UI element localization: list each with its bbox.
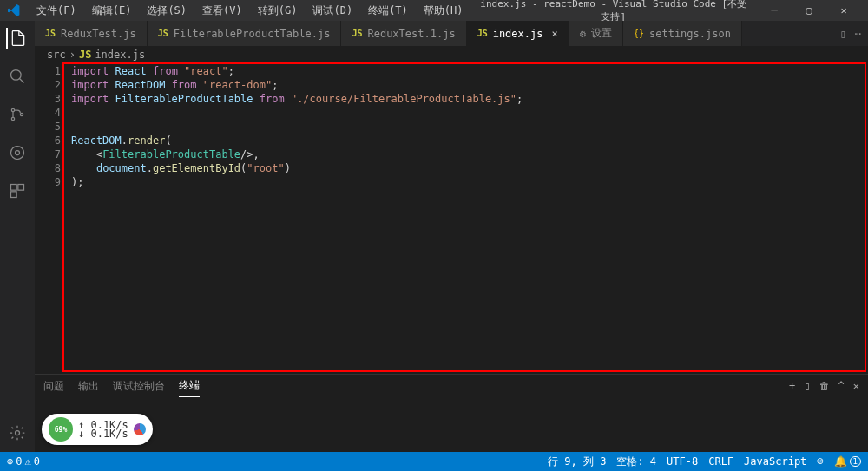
js-file-icon: JS	[158, 29, 168, 38]
editor-tab[interactable]: JSReduxTest.1.js	[341, 21, 466, 46]
code-line[interactable]: <FilterableProductTable/>,	[71, 147, 868, 161]
maximize-button[interactable]: ▢	[792, 0, 826, 21]
minimize-button[interactable]: ─	[757, 0, 792, 21]
json-file-icon: {}	[634, 29, 644, 38]
editor-tab[interactable]: {}settings.json	[623, 21, 742, 46]
status-errors[interactable]: ⊗0 ⚠0	[7, 455, 40, 468]
code-line[interactable]: );	[71, 175, 868, 189]
tab-label: 设置	[591, 26, 612, 41]
js-file-icon: JS	[477, 29, 488, 38]
editor-tab[interactable]: JSFilterableProductTable.js	[148, 21, 342, 46]
svg-rect-7	[18, 185, 24, 191]
source-control-icon[interactable]	[7, 104, 28, 125]
tab-label: FilterableProductTable.js	[174, 28, 331, 40]
status-encoding[interactable]: UTF-8	[667, 455, 698, 468]
status-bar: ⊗0 ⚠0 行 9, 列 3 空格: 4 UTF-8 CRLF JavaScri…	[0, 452, 868, 471]
svg-point-4	[11, 147, 24, 160]
menu-edit[interactable]: 编辑(E)	[85, 1, 139, 21]
svg-point-9	[16, 431, 20, 435]
panel-tab-output[interactable]: 输出	[78, 376, 99, 397]
split-editor-icon[interactable]: ▯	[840, 28, 846, 40]
breadcrumb-folder: src	[47, 49, 66, 61]
code-line[interactable]: import ReactDOM from "react-dom";	[71, 78, 868, 92]
status-eol[interactable]: CRLF	[708, 455, 733, 468]
more-icon[interactable]: ⋯	[855, 28, 861, 40]
code-line[interactable]: ReactDOM.render(	[71, 134, 868, 147]
widget-badge: 69%	[49, 417, 73, 442]
extensions-icon[interactable]	[7, 180, 28, 201]
terminal-body[interactable]: 69% ↑ 0.1K/s ↓ 0.1K/s	[35, 397, 868, 452]
close-tab-icon[interactable]: ×	[551, 28, 557, 40]
line-numbers: 123456789	[35, 62, 66, 374]
explorer-icon[interactable]	[6, 28, 27, 49]
svg-point-0	[11, 70, 22, 81]
error-icon: ⊗	[7, 455, 13, 468]
menu-file[interactable]: 文件(F)	[30, 1, 83, 21]
menu-go[interactable]: 转到(G)	[251, 1, 305, 21]
code-line[interactable]	[71, 106, 868, 120]
split-terminal-icon[interactable]: ▯	[804, 380, 810, 392]
editor[interactable]: 123456789 import React from "react";impo…	[35, 62, 868, 374]
status-cursor[interactable]: 行 9, 列 3	[548, 455, 606, 469]
tab-label: index.js	[493, 28, 543, 40]
menu-debug[interactable]: 调试(D)	[306, 1, 359, 21]
vscode-logo-icon	[7, 3, 21, 17]
svg-rect-6	[11, 185, 17, 191]
tab-label: settings.json	[649, 28, 731, 40]
status-spaces[interactable]: 空格: 4	[616, 455, 656, 469]
search-icon[interactable]	[7, 66, 28, 87]
svg-point-2	[11, 117, 14, 120]
svg-point-5	[16, 151, 20, 155]
download-speed: ↓ 0.1K/s	[78, 429, 128, 438]
menu-bar: 文件(F) 编辑(E) 选择(S) 查看(V) 转到(G) 调试(D) 终端(T…	[30, 1, 470, 21]
gear-icon: ⚙	[580, 28, 586, 40]
menu-selection[interactable]: 选择(S)	[140, 1, 194, 21]
panel-tab-problems[interactable]: 问题	[43, 376, 64, 397]
tab-label: ReduxTest.1.js	[367, 28, 455, 40]
editor-tab[interactable]: ⚙设置	[569, 21, 623, 46]
panel-tab-terminal[interactable]: 终端	[179, 375, 200, 397]
js-file-icon: JS	[352, 29, 362, 38]
menu-terminal[interactable]: 终端(T)	[361, 1, 415, 21]
warning-icon: ⚠	[24, 455, 30, 468]
status-language[interactable]: JavaScript	[744, 455, 806, 468]
code-content[interactable]: import React from "react";import ReactDO…	[66, 62, 868, 374]
maximize-panel-icon[interactable]: ^	[838, 380, 845, 392]
chevron-right-icon: ›	[69, 49, 76, 61]
panel-tabs: 问题 输出 调试控制台 终端 + ▯ 🗑 ^ ✕	[35, 375, 868, 397]
window-controls: ─ ▢ ✕	[757, 0, 861, 21]
breadcrumb[interactable]: src › JS index.js	[35, 47, 868, 62]
debug-icon[interactable]	[7, 142, 28, 163]
menu-help[interactable]: 帮助(H)	[417, 1, 470, 21]
breadcrumb-file: index.js	[95, 49, 145, 61]
panel-tab-debug-console[interactable]: 调试控制台	[113, 376, 165, 397]
svg-point-1	[11, 108, 14, 111]
editor-tabs: JSReduxTest.jsJSFilterableProductTable.j…	[35, 21, 868, 47]
editor-tab[interactable]: JSindex.js×	[467, 21, 569, 46]
js-file-icon: JS	[79, 49, 91, 61]
settings-gear-icon[interactable]	[7, 422, 28, 443]
tab-label: ReduxTest.js	[61, 28, 136, 40]
close-window-button[interactable]: ✕	[826, 0, 861, 21]
new-terminal-icon[interactable]: +	[789, 380, 795, 392]
close-panel-icon[interactable]: ✕	[853, 380, 859, 392]
window-title: index.js - reactDemo - Visual Studio Cod…	[479, 0, 749, 23]
menu-view[interactable]: 查看(V)	[195, 1, 249, 21]
js-file-icon: JS	[45, 29, 56, 38]
svg-rect-8	[11, 192, 17, 198]
network-widget[interactable]: 69% ↑ 0.1K/s ↓ 0.1K/s	[42, 414, 153, 445]
activity-bar	[0, 21, 35, 452]
code-line[interactable]: import React from "react";	[71, 64, 868, 78]
panel: 问题 输出 调试控制台 终端 + ▯ 🗑 ^ ✕ 69% ↑ 0.1K/s ↓	[35, 374, 868, 452]
status-bell-icon[interactable]: 🔔1	[834, 455, 861, 468]
trash-icon[interactable]: 🗑	[819, 380, 830, 392]
svg-point-3	[20, 113, 23, 115]
pie-icon	[134, 423, 146, 435]
code-line[interactable]: document.getElementById("root")	[71, 161, 868, 175]
status-feedback-icon[interactable]: ☺	[817, 455, 823, 468]
title-bar: 文件(F) 编辑(E) 选择(S) 查看(V) 转到(G) 调试(D) 终端(T…	[0, 0, 868, 21]
editor-tab[interactable]: JSReduxTest.js	[35, 21, 148, 46]
code-line[interactable]	[71, 120, 868, 134]
code-line[interactable]: import FilterableProductTable from "./co…	[71, 92, 868, 106]
